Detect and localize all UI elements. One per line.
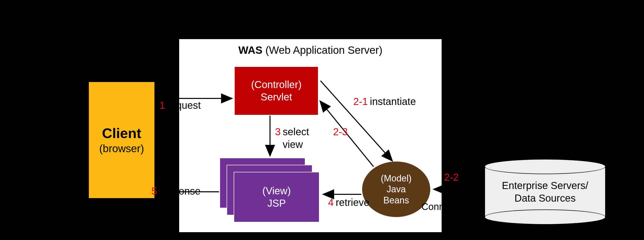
was-title-bold: WAS	[238, 44, 262, 56]
step-2-2-connection-text: Connection	[421, 201, 470, 212]
model-label-1: (Model)	[381, 173, 412, 184]
step-3-num: 3	[275, 126, 281, 137]
model-label-3: Beans	[383, 195, 409, 206]
view-label-1: (View)	[262, 185, 291, 197]
controller-label-1: (Controller)	[251, 79, 302, 90]
label-step-2-2-connection: Connection	[421, 201, 470, 212]
cylinder-text: Enterprise Servers/ Data Sources	[485, 179, 606, 204]
step-2-1-num: 2-1	[353, 96, 368, 107]
step-2-2-num: 2-2	[444, 172, 459, 183]
step-3a-text: select	[283, 126, 309, 137]
label-step-2-2: 2-2	[444, 172, 461, 183]
step-2-1-text: instantiate	[370, 96, 416, 107]
step-2-3-num: 2-3	[333, 126, 348, 137]
step-4-text: retrieve	[336, 197, 369, 208]
label-step-4: 4retrieve	[328, 197, 369, 208]
step-1-text: request	[167, 100, 201, 111]
was-title: WAS (Web Application Server)	[179, 44, 442, 56]
step-3b-text: view	[283, 139, 303, 150]
datasource-line-1: Enterprise Servers/	[502, 180, 588, 191]
step-5-text: response	[159, 185, 201, 197]
label-step-1: 1request	[159, 100, 201, 111]
label-step-3a: 3select	[275, 126, 309, 138]
label-step-2-1: 2-1instantiate	[353, 96, 416, 107]
step-4-num: 4	[328, 197, 334, 208]
datasource-cylinder: Enterprise Servers/ Data Sources	[485, 159, 606, 225]
controller-box: (Controller) Servlet	[235, 67, 318, 115]
model-ellipse: (Model) Java Beans	[362, 162, 430, 217]
view-card-front: (View) JSP	[234, 172, 319, 222]
controller-label-2: Servlet	[261, 91, 292, 103]
diagram-canvas: WAS (Web Application Server) Client (bro…	[0, 0, 644, 240]
step-5-num: 5	[151, 185, 157, 197]
model-label-2: Java	[387, 184, 406, 195]
client-sub: (browser)	[99, 143, 144, 155]
client-title: Client	[102, 125, 141, 141]
label-step-2-3: 2-3	[333, 126, 350, 138]
datasource-line-2: Data Sources	[515, 193, 576, 204]
label-step-5: 5response	[151, 185, 201, 197]
view-label-2: JSP	[267, 198, 286, 209]
client-box: Client (browser)	[89, 82, 154, 198]
cylinder-top	[485, 159, 606, 174]
cylinder-bottom	[485, 209, 606, 225]
label-step-3b: view	[283, 139, 303, 150]
was-title-thin: (Web Application Server)	[262, 44, 382, 56]
view-stack: (View) JSP	[220, 158, 320, 223]
step-1-num: 1	[159, 100, 165, 111]
